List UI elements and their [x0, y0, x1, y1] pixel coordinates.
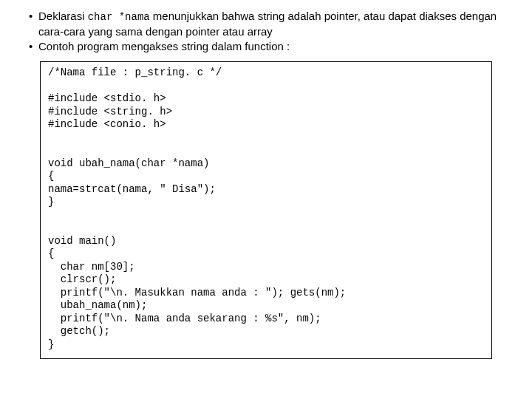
code-block-2: #include <stdio. h> #include <string. h>… [48, 92, 484, 132]
bullet-icon: • [29, 9, 38, 24]
code-box: /*Nama file : p_string. c */ #include <s… [40, 61, 492, 359]
bullet-1: •Deklarasi char *nama menunjukkan bahwa … [21, 9, 511, 39]
bullet-1-prefix: Deklarasi [38, 10, 88, 22]
bullet-2-text: Contoh program mengakses string dalam fu… [38, 40, 290, 52]
code-block-3: void ubah_nama(char *nama) { nama=strcat… [48, 157, 484, 209]
code-block-1: /*Nama file : p_string. c */ [48, 66, 484, 80]
inline-code: char *nama [88, 11, 150, 23]
bullet-icon: • [29, 39, 38, 54]
bullet-2: •Contoh program mengakses string dalam f… [21, 39, 511, 54]
code-block-4: void main() { char nm[30]; clrscr(); pri… [48, 235, 484, 352]
